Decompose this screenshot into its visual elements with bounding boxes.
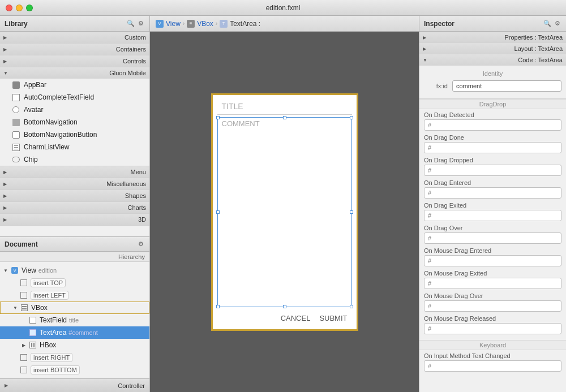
selection-handles bbox=[217, 117, 352, 307]
lib-item-avatar[interactable]: Avatar bbox=[0, 104, 149, 116]
charmlistview-label: CharmListView bbox=[24, 143, 69, 151]
document-options-icon[interactable]: ⚙ bbox=[137, 240, 145, 248]
mouse-drag-exited-label: On Mouse Drag Exited bbox=[424, 270, 561, 277]
lib-group-custom-header[interactable]: ▶ Custom bbox=[0, 32, 149, 43]
lib-group-menu-header[interactable]: ▶ Menu bbox=[0, 166, 149, 178]
drag-dropped-input[interactable] bbox=[424, 165, 561, 176]
drag-detected-label: On Drag Detected bbox=[424, 111, 561, 118]
lib-item-autocomplete[interactable]: AutoCompleteTextField bbox=[0, 91, 149, 104]
lib-group-charts-header[interactable]: ▶ Charts bbox=[0, 202, 149, 213]
tree-item-insert-bottom[interactable]: ▶ insert BOTTOM bbox=[0, 364, 149, 376]
threed-label: 3D bbox=[10, 216, 146, 223]
document-title: Document bbox=[5, 240, 38, 248]
mouse-drag-exited-input[interactable] bbox=[424, 278, 561, 289]
layout-label: Layout : TextArea bbox=[428, 45, 563, 52]
tree-item-view[interactable]: ▼ V View edition bbox=[0, 264, 149, 277]
inspector-search-icon[interactable]: 🔍 bbox=[543, 20, 551, 28]
bottomnav-icon bbox=[11, 118, 20, 127]
avatar-icon bbox=[11, 105, 20, 114]
drag-over-input[interactable] bbox=[424, 232, 561, 244]
mouse-drag-released-input[interactable] bbox=[424, 323, 561, 334]
drag-done-label: On Drag Done bbox=[424, 134, 561, 141]
breadcrumb-vbox[interactable]: ≡ VBox bbox=[187, 20, 213, 28]
breadcrumb-view[interactable]: V View bbox=[156, 20, 181, 28]
handle-top-right bbox=[350, 116, 353, 119]
tree-item-insert-top[interactable]: ▶ insert TOP bbox=[0, 277, 149, 289]
lib-group-gluon-header[interactable]: ▼ Gluon Mobile bbox=[0, 67, 149, 79]
input-method-label: On Input Method Text Changed bbox=[424, 352, 561, 359]
phone-cancel-button[interactable]: CANCEL bbox=[281, 314, 311, 322]
layout-section[interactable]: ▶ Layout : TextArea bbox=[419, 43, 566, 54]
mouse-drag-over-input[interactable] bbox=[424, 300, 561, 312]
code-section[interactable]: ▼ Code : TextArea bbox=[419, 54, 566, 66]
lib-group-controls-header[interactable]: ▶ Controls bbox=[0, 55, 149, 67]
window-controls bbox=[6, 5, 33, 11]
drag-done-input[interactable] bbox=[424, 142, 561, 153]
phone-frame: TITLE COMMENT bbox=[211, 93, 358, 331]
misc-label: Miscellaneous bbox=[10, 180, 146, 187]
library-options-icon[interactable]: ⚙ bbox=[137, 20, 145, 28]
fxid-input[interactable] bbox=[452, 80, 561, 92]
breadcrumb-view-icon: V bbox=[156, 20, 164, 28]
breadcrumb-textarea[interactable]: T TextArea : bbox=[220, 20, 260, 28]
lib-item-chip[interactable]: Chip bbox=[0, 153, 149, 166]
properties-triangle-icon: ▶ bbox=[423, 35, 426, 40]
tree-item-insert-left[interactable]: ▶ insert LEFT bbox=[0, 289, 149, 301]
handle-top-left bbox=[216, 116, 220, 119]
drag-entered-input[interactable] bbox=[424, 187, 561, 199]
minimize-button[interactable] bbox=[16, 5, 23, 11]
hbox-node-icon bbox=[28, 341, 37, 350]
phone-comment-text: COMMENT bbox=[222, 119, 348, 128]
tree-item-hbox[interactable]: ▶ HBox bbox=[0, 339, 149, 351]
identity-title: Identity bbox=[424, 70, 561, 77]
textarea-node-icon bbox=[28, 328, 37, 337]
lib-item-bottomnavbutton[interactable]: BottomNavigationButton bbox=[0, 128, 149, 141]
lib-item-charmlistview[interactable]: CharmListView bbox=[0, 141, 149, 153]
document-header: Document ⚙ bbox=[0, 237, 149, 252]
maximize-button[interactable] bbox=[26, 5, 33, 11]
breadcrumb-vbox-label: VBox bbox=[197, 20, 213, 28]
inspector-icons: 🔍 ⚙ bbox=[543, 20, 561, 28]
lib-group-3d-header[interactable]: ▶ 3D bbox=[0, 214, 149, 225]
containers-label: Containers bbox=[10, 46, 146, 53]
breadcrumb-textarea-icon: T bbox=[220, 20, 228, 28]
inspector-options-icon[interactable]: ⚙ bbox=[554, 20, 561, 28]
breadcrumb-sep-1: › bbox=[183, 20, 185, 27]
dragdrop-label: DragDrop bbox=[419, 99, 566, 109]
code-label: Code : TextArea bbox=[430, 57, 563, 63]
tree-item-vbox[interactable]: ▼ VBox bbox=[0, 301, 149, 314]
insert-left-label: insert LEFT bbox=[31, 291, 68, 300]
identity-section: Identity fx:id bbox=[419, 66, 566, 99]
lib-group-misc-header[interactable]: ▶ Miscellaneous bbox=[0, 178, 149, 189]
charts-label: Charts bbox=[10, 204, 146, 211]
drag-detected-input[interactable] bbox=[424, 119, 561, 131]
vbox-label: VBox bbox=[31, 304, 48, 312]
mouse-drag-entered-label: On Mouse Drag Entered bbox=[424, 247, 561, 254]
bottomnavbutton-icon bbox=[11, 130, 20, 139]
library-search-icon[interactable]: 🔍 bbox=[127, 20, 135, 28]
vbox-expand-icon[interactable]: ▼ bbox=[12, 304, 19, 311]
gluon-label: Gluon Mobile bbox=[10, 70, 146, 76]
view-expand-icon[interactable]: ▼ bbox=[2, 267, 9, 274]
input-method-input[interactable] bbox=[424, 360, 561, 372]
autocomplete-label: AutoCompleteTextField bbox=[24, 93, 94, 101]
tree-item-textfield[interactable]: ▶ TextField title bbox=[0, 314, 149, 326]
tree-item-insert-right[interactable]: ▶ insert RIGHT bbox=[0, 351, 149, 364]
properties-section[interactable]: ▶ Properties : TextArea bbox=[419, 32, 566, 43]
lib-group-containers: ▶ Containers bbox=[0, 44, 149, 55]
close-button[interactable] bbox=[6, 5, 12, 11]
drag-exited-input[interactable] bbox=[424, 210, 561, 221]
phone-submit-button[interactable]: SUBMIT bbox=[319, 314, 347, 322]
lib-item-bottomnav[interactable]: BottomNavigation bbox=[0, 116, 149, 128]
insert-right-label: insert RIGHT bbox=[31, 353, 72, 362]
mouse-drag-entered-input[interactable] bbox=[424, 255, 561, 266]
phone-title-text: TITLE bbox=[222, 102, 348, 111]
left-panel: Library 🔍 ⚙ ▶ Custom ▶ Containers bbox=[0, 16, 150, 392]
tree-item-textarea[interactable]: ▶ TextArea #comment bbox=[0, 326, 149, 339]
phone-container: TITLE COMMENT bbox=[150, 32, 419, 392]
lib-group-shapes-header[interactable]: ▶ Shapes bbox=[0, 190, 149, 201]
hbox-expand-icon[interactable]: ▶ bbox=[20, 342, 27, 348]
drag-dropped-label: On Drag Dropped bbox=[424, 157, 561, 163]
lib-group-containers-header[interactable]: ▶ Containers bbox=[0, 44, 149, 55]
lib-item-appbar[interactable]: AppBar bbox=[0, 79, 149, 91]
